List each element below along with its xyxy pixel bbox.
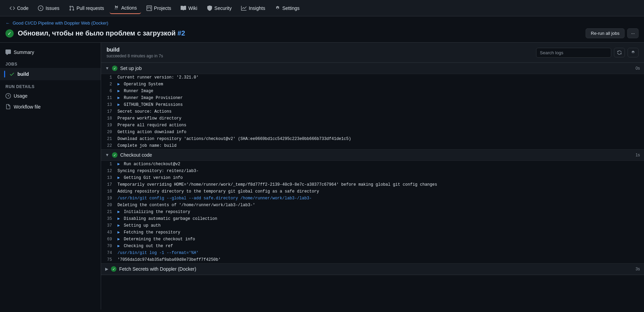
- nav-projects[interactable]: Projects: [142, 3, 176, 14]
- step-duration: 3s: [635, 267, 640, 271]
- main-layout: Summary Jobs build Run details Usage Wor…: [0, 43, 644, 310]
- log-title-area: build succeeded 8 minutes ago in 7s: [107, 47, 163, 58]
- log-line: 74/usr/bin/git log -1 --format='%H': [101, 250, 644, 256]
- expand-icon[interactable]: ▶: [117, 237, 120, 242]
- expand-icon[interactable]: ▶: [117, 210, 120, 214]
- expand-icon[interactable]: ▶: [117, 216, 120, 221]
- security-icon: [207, 5, 212, 11]
- nav-insights[interactable]: Insights: [237, 3, 269, 14]
- usage-icon: [5, 93, 11, 99]
- build-success-icon: [9, 71, 15, 77]
- step-success-icon: ✓: [112, 66, 117, 71]
- log-line: 11▶ Runner Image Provisioner: [101, 95, 644, 101]
- more-options-button[interactable]: ···: [627, 28, 639, 38]
- sidebar-item-usage[interactable]: Usage: [0, 90, 101, 101]
- log-line: 17Temporarily overriding HOME='/home/run…: [101, 181, 644, 188]
- log-line: 70▶ Checking out the ref: [101, 243, 644, 250]
- step-fetch-secrets-header[interactable]: ▶ ✓ Fetch Secrets with Doppler (Docker) …: [101, 264, 644, 275]
- step-setup-job-header[interactable]: ▼ ✓ Set up job 0s: [101, 63, 644, 74]
- expand-icon[interactable]: ▶: [117, 162, 120, 167]
- log-line: 1Current runner version: '2.321.0': [101, 74, 644, 81]
- log-line: 13▶ GITHUB_TOKEN Permissions: [101, 101, 644, 108]
- nav-security-label: Security: [214, 5, 232, 11]
- step-name: Set up job: [120, 66, 633, 71]
- nav-wiki[interactable]: Wiki: [177, 3, 201, 14]
- sidebar-item-workflow-file[interactable]: Workflow file: [0, 101, 101, 112]
- log-header: build succeeded 8 minutes ago in 7s: [101, 43, 644, 63]
- expand-icon[interactable]: ▶: [117, 223, 120, 228]
- sidebar-item-summary[interactable]: Summary: [0, 47, 101, 58]
- chevron-down-icon: ▼: [105, 153, 109, 157]
- run-details-section-header: Run details: [0, 80, 101, 90]
- usage-label: Usage: [14, 93, 27, 99]
- nav-settings[interactable]: Settings: [271, 3, 304, 14]
- expand-icon[interactable]: ▶: [117, 175, 120, 180]
- log-line: 19/usr/bin/git config --global --add saf…: [101, 195, 644, 202]
- summary-icon: [5, 49, 11, 55]
- jobs-section-header: Jobs: [0, 58, 101, 68]
- refresh-icon: [617, 50, 622, 55]
- nav-code-label: Code: [17, 5, 28, 11]
- page-title: Обновил, чтобы не было проблем с загрузк…: [18, 29, 185, 37]
- log-line: 2▶ Operating System: [101, 81, 644, 88]
- log-line: 13▶ Getting Git version info: [101, 174, 644, 181]
- step-success-icon: ✓: [111, 266, 116, 272]
- log-pane: build succeeded 8 minutes ago in 7s ▼ ✓: [101, 43, 644, 310]
- rerun-button[interactable]: Re-run all jobs: [586, 28, 625, 38]
- nav-code[interactable]: Code: [5, 3, 32, 14]
- actions-icon: [114, 5, 119, 11]
- settings-icon: [275, 5, 280, 11]
- log-line: 12Syncing repository: reitenz/lab3-: [101, 168, 644, 174]
- refresh-button[interactable]: [614, 48, 625, 57]
- insights-icon: [241, 5, 247, 11]
- expand-icon[interactable]: ▶: [117, 230, 120, 235]
- log-line: 43▶ Fetching the repository: [101, 229, 644, 236]
- nav-settings-label: Settings: [282, 5, 300, 11]
- expand-icon[interactable]: ▶: [117, 96, 120, 100]
- settings-log-button[interactable]: [628, 48, 639, 57]
- log-line: 35▶ Disabling automatic garbage collecti…: [101, 215, 644, 222]
- nav-insights-label: Insights: [249, 5, 265, 11]
- log-line: 6▶ Runner Image: [101, 88, 644, 95]
- step-checkout-code-header[interactable]: ▼ ✓ Checkout code 1s: [101, 150, 644, 161]
- log-line: 1▶ Run actions/checkout@v2: [101, 161, 644, 168]
- nav-issues[interactable]: Issues: [34, 3, 63, 14]
- nav-issues-label: Issues: [45, 5, 59, 11]
- wiki-icon: [181, 5, 186, 11]
- nav-pullrequests[interactable]: Pull requests: [65, 3, 108, 14]
- log-line: 21Download action repository 'actions/ch…: [101, 136, 644, 142]
- log-line: 20Deleting the contents of '/home/runner…: [101, 202, 644, 209]
- log-line: 17Secret source: Actions: [101, 108, 644, 115]
- expand-icon[interactable]: ▶: [117, 102, 120, 107]
- page-header: ← Good CI/CD Pipeline with Doppler Web (…: [0, 16, 644, 43]
- log-content: ▼ ✓ Set up job 0s 1Current runner versio…: [101, 63, 644, 310]
- summary-label: Summary: [14, 49, 34, 55]
- expand-icon[interactable]: ▶: [117, 244, 120, 249]
- expand-icon[interactable]: ▶: [117, 82, 120, 87]
- log-line: 37▶ Setting up auth: [101, 222, 644, 229]
- nav-security[interactable]: Security: [203, 3, 236, 14]
- step-checkout-lines: 1▶ Run actions/checkout@v2 12Syncing rep…: [101, 161, 644, 263]
- step-name: Checkout code: [120, 152, 633, 158]
- log-job-name: build: [107, 47, 163, 53]
- workflow-file-icon: [5, 104, 11, 110]
- log-line: 69▶ Determining the checkout info: [101, 236, 644, 243]
- search-logs-input[interactable]: [536, 48, 611, 58]
- sidebar: Summary Jobs build Run details Usage Wor…: [0, 43, 101, 310]
- nav-pr-label: Pull requests: [76, 5, 104, 11]
- breadcrumb[interactable]: ← Good CI/CD Pipeline with Doppler Web (…: [5, 20, 639, 26]
- chevron-right-icon: ▶: [105, 267, 108, 271]
- expand-icon[interactable]: ▶: [117, 89, 120, 94]
- log-controls: [536, 48, 639, 58]
- step-fetch-secrets: ▶ ✓ Fetch Secrets with Doppler (Docker) …: [101, 264, 644, 275]
- sidebar-item-build[interactable]: build: [0, 68, 101, 80]
- header-actions: Re-run all jobs ···: [586, 28, 639, 38]
- nav-actions[interactable]: Actions: [110, 2, 141, 14]
- log-line: 19Prepare all required actions: [101, 122, 644, 129]
- step-setup-job: ▼ ✓ Set up job 0s 1Current runner versio…: [101, 63, 644, 150]
- workflow-file-label: Workflow file: [14, 104, 41, 110]
- chevron-down-icon: ▼: [105, 66, 109, 71]
- projects-icon: [146, 5, 152, 11]
- nav-actions-label: Actions: [121, 5, 137, 11]
- gear-icon: [631, 50, 635, 55]
